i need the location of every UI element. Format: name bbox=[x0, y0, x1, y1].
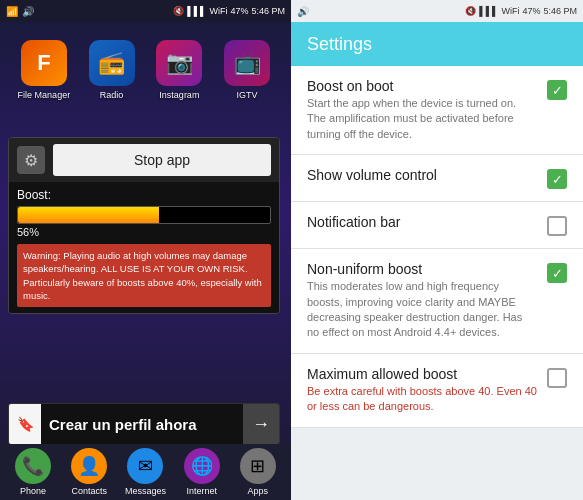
file-manager-label: File Manager bbox=[18, 90, 71, 100]
app-icons-row: F File Manager 📻 Radio 📷 Instagram 📺 bbox=[0, 22, 291, 100]
ad-arrow-icon: → bbox=[243, 403, 279, 445]
right-speaker-icon: 🔊 bbox=[297, 6, 309, 17]
apps-label: Apps bbox=[248, 486, 269, 496]
app-icon-igtv[interactable]: 📺 IGTV bbox=[218, 40, 276, 100]
warning-text: Warning: Playing audio at high volumes m… bbox=[17, 244, 271, 307]
left-time: 5:46 PM bbox=[251, 6, 285, 16]
dock-icon-phone[interactable]: 📞 Phone bbox=[8, 448, 58, 496]
right-panel: 🔊 🔇 ▌▌▌ WiFi 47% 5:46 PM Settings Boost … bbox=[291, 0, 583, 500]
instagram-icon: 📷 bbox=[156, 40, 202, 86]
ad-text: Crear un perfil ahora bbox=[41, 416, 243, 433]
right-status-right: 🔇 ▌▌▌ WiFi 47% 5:46 PM bbox=[465, 6, 577, 16]
boost-bar-fill bbox=[18, 207, 159, 223]
setting-boost-on-boot-text: Boost on boot Start the app when the dev… bbox=[307, 78, 537, 142]
setting-notification-text: Notification bar bbox=[307, 214, 537, 232]
left-status-left: 📶 🔊 bbox=[6, 6, 34, 17]
setting-non-uniform-title: Non-uniform boost bbox=[307, 261, 537, 277]
igtv-label: IGTV bbox=[237, 90, 258, 100]
setting-maximum-boost-text: Maximum allowed boost Be extra careful w… bbox=[307, 366, 537, 415]
gear-icon[interactable]: ⚙ bbox=[17, 146, 45, 174]
settings-header: Settings bbox=[291, 22, 583, 66]
boost-popup: ⚙ Stop app Boost: 56% Warning: Playing a… bbox=[8, 137, 280, 314]
radio-label: Radio bbox=[100, 90, 124, 100]
settings-title: Settings bbox=[307, 34, 372, 55]
app-icon-instagram[interactable]: 📷 Instagram bbox=[150, 40, 208, 100]
boost-percent: 56% bbox=[17, 226, 271, 238]
apps-icon: ⊞ bbox=[240, 448, 276, 484]
right-signal: ▌▌▌ bbox=[479, 6, 498, 16]
messages-label: Messages bbox=[125, 486, 166, 496]
popup-body: Boost: 56% Warning: Playing audio at hig… bbox=[9, 182, 279, 313]
messages-icon: ✉ bbox=[127, 448, 163, 484]
left-wifi-bars: WiFi bbox=[209, 6, 227, 16]
contacts-label: Contacts bbox=[72, 486, 108, 496]
setting-boost-on-boot[interactable]: Boost on boot Start the app when the dev… bbox=[291, 66, 583, 155]
setting-boost-on-boot-desc: Start the app when the device is turned … bbox=[307, 96, 537, 142]
maximum-boost-checkbox[interactable] bbox=[547, 368, 567, 388]
dock-icon-apps[interactable]: ⊞ Apps bbox=[233, 448, 283, 496]
contacts-icon: 👤 bbox=[71, 448, 107, 484]
right-battery: 47% bbox=[522, 6, 540, 16]
setting-show-volume-text: Show volume control bbox=[307, 167, 537, 185]
setting-maximum-boost[interactable]: Maximum allowed boost Be extra careful w… bbox=[291, 354, 583, 428]
setting-non-uniform-text: Non-uniform boost This moderates low and… bbox=[307, 261, 537, 341]
phone-label: Phone bbox=[20, 486, 46, 496]
setting-maximum-boost-title: Maximum allowed boost bbox=[307, 366, 537, 382]
boost-label: Boost: bbox=[17, 188, 271, 202]
right-volume-icon: 🔇 bbox=[465, 6, 476, 16]
dock-icon-contacts[interactable]: 👤 Contacts bbox=[64, 448, 114, 496]
setting-show-volume-control[interactable]: Show volume control ✓ bbox=[291, 155, 583, 202]
left-volume-icon: 🔇 bbox=[173, 6, 184, 16]
setting-boost-on-boot-title: Boost on boot bbox=[307, 78, 537, 94]
left-panel: 📶 🔊 🔇 ▌▌▌ WiFi 47% 5:46 PM F File Manage… bbox=[0, 0, 291, 500]
right-status-left: 🔊 bbox=[297, 6, 309, 17]
boost-bar-container[interactable] bbox=[17, 206, 271, 224]
boost-on-boot-checkbox[interactable]: ✓ bbox=[547, 80, 567, 100]
setting-maximum-boost-desc: Be extra careful with boosts above 40. E… bbox=[307, 384, 537, 415]
file-manager-icon: F bbox=[21, 40, 67, 86]
stop-app-button[interactable]: Stop app bbox=[53, 144, 271, 176]
bottom-dock: 📞 Phone 👤 Contacts ✉ Messages 🌐 Internet… bbox=[0, 444, 291, 500]
notification-bar-checkbox[interactable] bbox=[547, 216, 567, 236]
dock-icon-messages[interactable]: ✉ Messages bbox=[120, 448, 170, 496]
right-status-bar: 🔊 🔇 ▌▌▌ WiFi 47% 5:46 PM bbox=[291, 0, 583, 22]
left-battery: 47% bbox=[230, 6, 248, 16]
left-signal-icon: 📶 bbox=[6, 6, 18, 17]
left-status-right: 🔇 ▌▌▌ WiFi 47% 5:46 PM bbox=[173, 6, 285, 16]
ad-banner[interactable]: 🔖 Crear un perfil ahora → bbox=[8, 403, 280, 445]
internet-icon: 🌐 bbox=[184, 448, 220, 484]
dock-icon-internet[interactable]: 🌐 Internet bbox=[177, 448, 227, 496]
setting-notification-title: Notification bar bbox=[307, 214, 537, 230]
internet-label: Internet bbox=[186, 486, 217, 496]
app-icon-radio[interactable]: 📻 Radio bbox=[83, 40, 141, 100]
right-time: 5:46 PM bbox=[543, 6, 577, 16]
left-signal-bars: ▌▌▌ bbox=[187, 6, 206, 16]
right-wifi: WiFi bbox=[501, 6, 519, 16]
non-uniform-boost-checkbox[interactable]: ✓ bbox=[547, 263, 567, 283]
left-status-bar: 📶 🔊 🔇 ▌▌▌ WiFi 47% 5:46 PM bbox=[0, 0, 291, 22]
popup-header: ⚙ Stop app bbox=[9, 138, 279, 182]
radio-icon: 📻 bbox=[89, 40, 135, 86]
instagram-label: Instagram bbox=[159, 90, 199, 100]
show-volume-checkbox[interactable]: ✓ bbox=[547, 169, 567, 189]
wallpaper: F File Manager 📻 Radio 📷 Instagram 📺 bbox=[0, 22, 291, 500]
left-wifi-icon: 🔊 bbox=[22, 6, 34, 17]
setting-non-uniform-desc: This moderates low and high frequency bo… bbox=[307, 279, 537, 341]
setting-show-volume-title: Show volume control bbox=[307, 167, 537, 183]
settings-list: Boost on boot Start the app when the dev… bbox=[291, 66, 583, 500]
app-icon-file-manager[interactable]: F File Manager bbox=[15, 40, 73, 100]
ad-logo: 🔖 bbox=[9, 403, 41, 445]
phone-icon: 📞 bbox=[15, 448, 51, 484]
igtv-icon: 📺 bbox=[224, 40, 270, 86]
setting-non-uniform-boost[interactable]: Non-uniform boost This moderates low and… bbox=[291, 249, 583, 354]
setting-notification-bar[interactable]: Notification bar bbox=[291, 202, 583, 249]
